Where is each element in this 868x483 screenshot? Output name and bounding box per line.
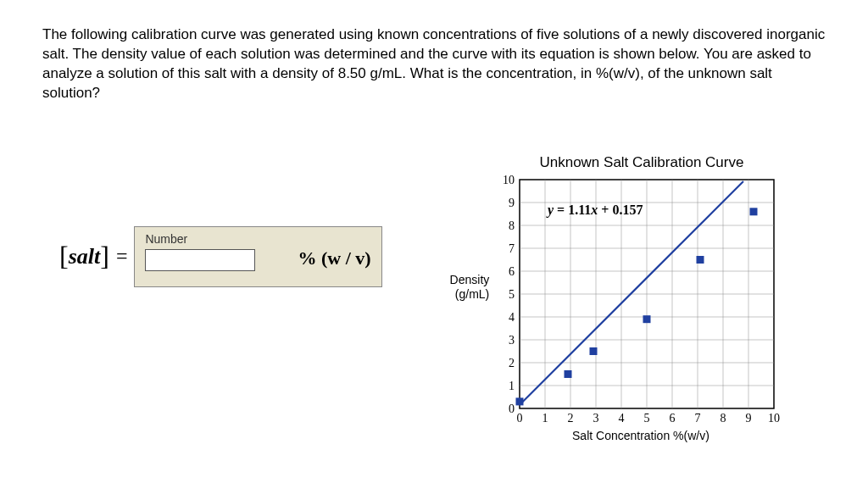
- svg-text:10: 10: [503, 174, 515, 186]
- svg-text:6: 6: [670, 412, 676, 425]
- bracket-close: ]: [100, 241, 109, 272]
- svg-text:9: 9: [746, 412, 752, 425]
- chart-equation: y = 1.11x + 0.157: [546, 202, 643, 217]
- svg-text:5: 5: [644, 412, 650, 425]
- x-axis-label: Salt Concentration %(w/v): [499, 429, 783, 442]
- svg-text:8: 8: [509, 219, 515, 232]
- salt-label: salt: [69, 244, 101, 269]
- input-area: [ salt ] = Number % (w / v): [59, 226, 382, 287]
- svg-text:6: 6: [509, 265, 515, 278]
- answer-box: Number % (w / v): [134, 226, 381, 287]
- svg-rect-47: [750, 208, 758, 215]
- svg-text:4: 4: [619, 412, 625, 425]
- svg-text:2: 2: [568, 412, 574, 425]
- svg-rect-42: [516, 397, 524, 405]
- svg-text:0: 0: [509, 402, 515, 415]
- svg-text:10: 10: [768, 412, 780, 425]
- svg-text:7: 7: [509, 242, 515, 255]
- svg-text:1: 1: [542, 412, 548, 425]
- calibration-chart: 012345678910012345678910y = 1.11x + 0.15…: [494, 173, 782, 427]
- number-label: Number: [145, 232, 187, 246]
- equals-sign: =: [116, 245, 128, 268]
- svg-rect-43: [565, 370, 572, 378]
- svg-text:3: 3: [509, 334, 515, 347]
- answer-input[interactable]: [145, 249, 255, 271]
- svg-text:3: 3: [593, 412, 599, 425]
- y-axis-label: Density(g/mL): [450, 273, 495, 427]
- svg-text:4: 4: [509, 311, 515, 324]
- question-text: The following calibration curve was gene…: [42, 25, 826, 103]
- svg-rect-46: [697, 256, 704, 264]
- bracket-open: [: [59, 241, 69, 272]
- svg-rect-45: [643, 315, 651, 323]
- chart-title: Unknown Salt Calibration Curve: [501, 154, 783, 171]
- unit-label: % (w / v): [298, 247, 370, 269]
- chart-area: Unknown Salt Calibration Curve Density(g…: [450, 154, 783, 442]
- svg-text:8: 8: [721, 412, 726, 425]
- svg-text:7: 7: [695, 412, 701, 425]
- svg-rect-44: [590, 347, 598, 355]
- svg-text:1: 1: [509, 380, 515, 392]
- svg-text:9: 9: [509, 197, 515, 209]
- svg-text:2: 2: [509, 357, 515, 369]
- svg-text:0: 0: [517, 412, 523, 425]
- content-row: [ salt ] = Number % (w / v) Unknown Salt…: [42, 154, 826, 442]
- svg-text:5: 5: [509, 288, 515, 301]
